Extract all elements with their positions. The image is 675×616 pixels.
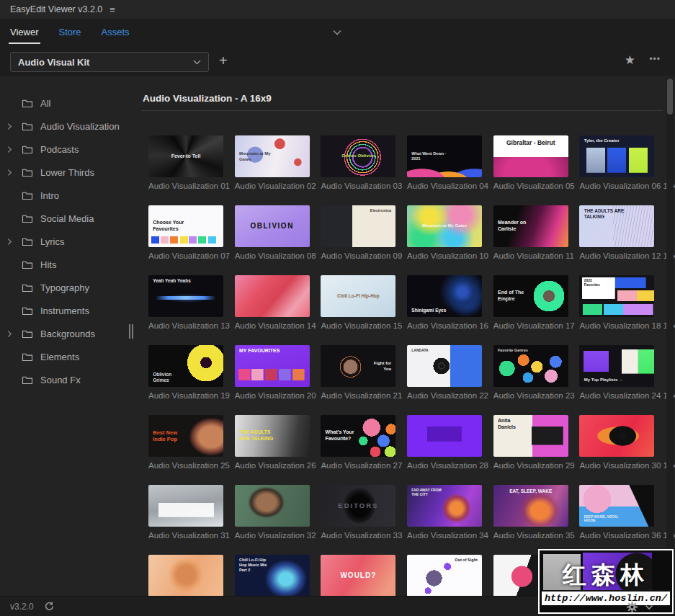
chevron-right-icon[interactable]: [7, 238, 16, 246]
thumbnail[interactable]: What Went Down · 2021: [407, 135, 482, 177]
thumbnail[interactable]: THE ADULTS ARE TALKING: [579, 205, 654, 247]
thumbnail[interactable]: Fever to Tell: [148, 135, 223, 177]
folder-icon: [22, 122, 33, 131]
thumbnail[interactable]: [235, 485, 310, 527]
thumbnail[interactable]: [148, 485, 223, 527]
grid-item: THE ADULTS ARE TALKING Audio Visualizati…: [579, 205, 666, 275]
grid-item: Audio Visualization 28: [407, 415, 493, 485]
kit-select-dropdown[interactable]: Audio Visual Kit: [10, 52, 209, 72]
sidebar-folder-item[interactable]: Podcasts: [0, 138, 137, 161]
thumbnail[interactable]: Electronica: [321, 205, 395, 247]
folder-icon: [22, 168, 33, 177]
tab-store[interactable]: Store: [59, 27, 81, 37]
thumbnail[interactable]: LANDATA: [407, 345, 482, 387]
thumbnail[interactable]: EAT, SLEEP, WAKE: [493, 485, 568, 527]
thumbnail-caption: Oblivion Grimes: [153, 372, 183, 383]
thumbnail[interactable]: Grimes Oblivion: [321, 135, 395, 177]
thumbnail[interactable]: THE ADULTS ARE TALKING: [235, 415, 310, 457]
thumbnail-caption: End of The Empire: [498, 290, 539, 303]
tab-bar: Viewer Store Assets: [0, 19, 675, 45]
thumbnail[interactable]: Chill Lo-Fi Hip Hop Music Mix Part 2: [235, 555, 310, 596]
thumbnail[interactable]: Gibraltar - Beirut: [493, 135, 568, 177]
thumbnail[interactable]: Mountain at My Gates: [407, 205, 482, 247]
thumbnail[interactable]: What's Your Favourite?: [321, 415, 395, 457]
sidebar-folder-item[interactable]: Sound Fx: [0, 368, 137, 391]
thumbnail[interactable]: FAR AWAY FROM THE CITY: [407, 485, 482, 527]
chevron-down-icon[interactable]: [332, 30, 342, 35]
grid-item: LANDATA Audio Visualization 22: [407, 345, 493, 415]
thumbnail[interactable]: [407, 415, 482, 457]
thumbnail[interactable]: My Top Playlists →: [579, 345, 654, 387]
refresh-button[interactable]: [44, 601, 55, 612]
sidebar-folder-item[interactable]: Intro: [0, 184, 137, 207]
thumbnail[interactable]: Chill Lo-Fi Hip-Hop: [321, 275, 395, 317]
thumbnail[interactable]: Mountain at My Gates: [235, 135, 310, 177]
thumbnail[interactable]: Tyler, the Creator: [579, 135, 654, 177]
grid-item-label: Audio Visualization 23: [493, 391, 580, 400]
sidebar-folder-item[interactable]: Typography: [0, 276, 137, 299]
thumbnail-caption: 2022 Favorites: [584, 278, 607, 287]
grid-item: Electronica Audio Visualization 09: [321, 205, 407, 275]
add-kit-button[interactable]: +: [219, 53, 228, 68]
thumbnail[interactable]: Anita Daniels: [493, 415, 568, 457]
sidebar-folder-item[interactable]: Audio Visualization: [0, 115, 137, 138]
sidebar-resize-handle[interactable]: [129, 324, 133, 339]
folder-icon: [22, 329, 33, 339]
thumbnail[interactable]: WOULD?: [321, 555, 395, 596]
scrollbar-track[interactable]: [666, 76, 674, 595]
folder-icon: [22, 191, 33, 200]
thumbnail[interactable]: [235, 275, 310, 317]
thumbnail[interactable]: Yeah Yeah Yeahs: [148, 275, 223, 317]
grid-item: Meander on Carlisle Audio Visualization …: [493, 205, 580, 275]
favorite-star-icon[interactable]: ★: [625, 53, 635, 68]
grid-item-label: Audio Visualization 12 16x9: [579, 251, 666, 260]
sidebar-folder-item[interactable]: Hits: [0, 253, 137, 276]
thumbnail-caption: Tyler, the Creator: [584, 138, 620, 144]
thumbnail[interactable]: EDITORS: [321, 485, 395, 527]
thumbnail[interactable]: OBLIVION: [235, 205, 310, 247]
thumbnail[interactable]: End of The Empire: [493, 275, 568, 317]
thumbnail[interactable]: Fight for You: [321, 345, 395, 387]
chevron-right-icon[interactable]: [7, 122, 16, 130]
grid-item: My Top Playlists → Audio Visualization 2…: [579, 345, 666, 415]
sidebar-folder-item[interactable]: Lower Thirds: [0, 161, 137, 184]
gear-icon[interactable]: [626, 601, 638, 613]
thumbnail[interactable]: Best New Indie Pop: [148, 415, 223, 457]
thumbnail[interactable]: Oblivion Grimes: [148, 345, 223, 387]
chevron-right-icon[interactable]: [7, 146, 16, 153]
kit-select-value: Audio Visual Kit: [18, 57, 89, 68]
grid-item-label: Audio Visualization 17: [493, 321, 580, 330]
thumbnail[interactable]: MY FAVOURITES: [235, 345, 310, 387]
thumbnail[interactable]: 2022 Favorites: [579, 275, 654, 317]
thumbnail[interactable]: [579, 415, 654, 457]
sidebar-folder-item[interactable]: Social Media: [0, 207, 137, 230]
thumbnail[interactable]: Favorite Genres: [493, 345, 568, 387]
sidebar-folder-label: Intro: [40, 190, 59, 201]
tab-assets[interactable]: Assets: [102, 27, 130, 37]
chevron-right-icon[interactable]: [7, 169, 16, 177]
chevron-down-icon[interactable]: [645, 604, 653, 610]
sidebar-folder-item[interactable]: Instruments: [0, 299, 137, 322]
version-label: v3.2.0: [10, 602, 34, 612]
grid-item: Gibraltar - Beirut Audio Visualization 0…: [493, 135, 580, 205]
thumbnail-caption: Electronica: [370, 208, 391, 213]
grid-item-label: Audio Visualization 25: [148, 461, 235, 470]
thumbnail[interactable]: DEEP HOUSE, VOCAL HOUSE: [579, 485, 654, 527]
thumbnail[interactable]: Choose Your Favourites: [148, 205, 223, 247]
sidebar-folder-item[interactable]: Lyrics: [0, 230, 137, 253]
thumbnail[interactable]: [148, 555, 223, 596]
thumbnail[interactable]: Meander on Carlisle: [493, 205, 568, 247]
tab-viewer[interactable]: Viewer: [10, 27, 39, 37]
app-title: EasyEdit Viewer v3.2.0: [10, 4, 102, 14]
hamburger-menu-icon[interactable]: ≡: [109, 4, 115, 15]
thumbnail[interactable]: Out of Sight: [407, 555, 482, 596]
scrollbar-thumb[interactable]: [667, 79, 673, 115]
sidebar-folder-item[interactable]: All: [0, 91, 137, 115]
chevron-right-icon[interactable]: [7, 330, 16, 338]
grid-item: MY FAVOURITES Audio Visualization 20: [235, 345, 321, 415]
thumbnail-caption: Out of Sight: [455, 558, 477, 563]
sidebar-folder-item[interactable]: Backgrounds: [0, 322, 137, 345]
more-options-icon[interactable]: •••: [649, 54, 661, 64]
thumbnail[interactable]: Shinigami Eyes: [407, 275, 482, 317]
sidebar-folder-item[interactable]: Elements: [0, 345, 137, 368]
